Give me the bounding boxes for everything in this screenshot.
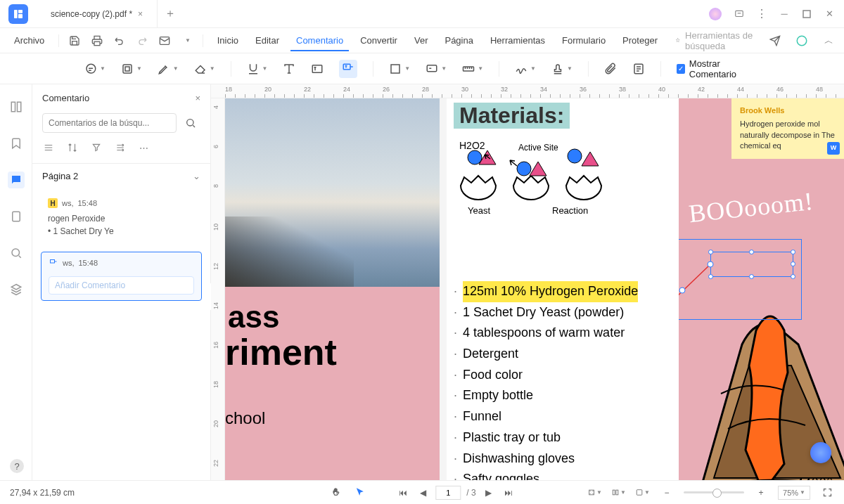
signature-tool[interactable]: ▼ [515, 63, 536, 75]
user-avatar-icon[interactable] [709, 8, 722, 20]
share-icon[interactable] [768, 34, 782, 48]
textbox-tool[interactable] [311, 63, 324, 75]
page-input[interactable] [435, 486, 461, 500]
collapse-ribbon-icon[interactable]: ︿ [821, 34, 836, 48]
eraser-tool[interactable]: ▼ [194, 63, 215, 75]
add-comment-input[interactable] [49, 276, 194, 295]
rail-bookmark-icon[interactable] [8, 135, 25, 152]
prev-page-icon[interactable]: ◀ [416, 486, 430, 500]
rail-thumbnails-icon[interactable] [8, 98, 25, 115]
callout-textbox[interactable] [710, 252, 793, 277]
last-page-icon[interactable]: ⏭ [501, 486, 516, 500]
list-item: ·Plastic tray or tub [454, 427, 638, 448]
menu-search-tools[interactable]: Herramientas de búsqueda [669, 27, 762, 54]
hand-tool-icon[interactable] [328, 486, 343, 500]
rail-comments-icon[interactable] [8, 172, 25, 188]
attachment-tool[interactable] [604, 63, 617, 75]
filter-list-icon[interactable] [44, 143, 53, 155]
menu-file[interactable]: Archivo [8, 32, 50, 49]
text-tool[interactable] [283, 63, 295, 75]
section-page-2[interactable]: Página 2 ⌄ [32, 163, 210, 188]
rail-search-icon[interactable] [8, 245, 25, 261]
menu-proteger[interactable]: Proteger [617, 32, 663, 49]
form-tool[interactable] [632, 63, 645, 75]
comment-toolbar: ▼ ▼ ▼ ▼ ▼ ▼ ▼ ▼ ▼ ▼ ✓Mostrar Comentario [0, 53, 844, 84]
window-close-icon[interactable]: ✕ [824, 9, 834, 19]
stamp-tool[interactable]: ▼ [426, 63, 447, 75]
zoom-value[interactable]: 75% ▼ [778, 486, 810, 500]
window-maximize-icon[interactable] [802, 9, 812, 19]
panel-close-icon[interactable]: × [195, 93, 200, 103]
filter-sort-icon[interactable] [68, 143, 77, 155]
undo-icon[interactable] [113, 34, 127, 48]
note-tool[interactable]: ▼ [84, 63, 106, 75]
fit-page-icon[interactable]: ▼ [588, 486, 602, 500]
comment-search-input[interactable] [42, 113, 177, 133]
fullscreen-icon[interactable] [820, 486, 834, 500]
ruler-horizontal: 18202224262830323436384042444648 [211, 84, 844, 98]
mail-icon[interactable] [158, 34, 172, 48]
statusbar: 27,94 x 21,59 cm ⏮ ◀ / 3 ▶ ⏭ ▼ ▼ ▼ − + 7… [0, 480, 844, 504]
measure-tool[interactable]: ▼ [462, 63, 483, 75]
quick-dropdown-icon[interactable]: ▼ [180, 34, 194, 48]
callout-tool[interactable] [339, 60, 357, 78]
stamp2-tool[interactable]: ▼ [551, 63, 573, 75]
first-page-icon[interactable]: ⏮ [396, 486, 410, 500]
cloud-icon[interactable] [795, 34, 809, 48]
svg-rect-22 [51, 260, 55, 264]
underline-tool[interactable]: ▼ [247, 63, 268, 75]
add-tab-button[interactable]: ＋ [165, 6, 176, 21]
menu-convertir[interactable]: Convertir [354, 32, 403, 49]
highlight-tool[interactable]: ▼ [121, 63, 142, 75]
feedback-icon[interactable] [734, 9, 744, 19]
save-icon[interactable] [68, 34, 82, 48]
close-tab-icon[interactable]: × [138, 9, 143, 19]
comment-item-shape[interactable]: ws, 15:48 [41, 252, 202, 301]
svg-rect-9 [313, 65, 323, 72]
svg-rect-39 [613, 490, 615, 495]
select-tool-icon[interactable] [352, 486, 366, 500]
filter-settings-icon[interactable] [115, 143, 125, 155]
rail-layers-icon[interactable] [8, 281, 25, 298]
menu-ver[interactable]: Ver [409, 32, 434, 49]
menu-herramientas[interactable]: Herramientas [485, 32, 551, 49]
menu-formulario[interactable]: Formulario [556, 32, 611, 49]
svg-point-27 [517, 162, 531, 176]
search-icon[interactable] [181, 113, 200, 133]
svg-point-20 [122, 144, 123, 146]
rail-attachments-icon[interactable] [8, 208, 25, 225]
shape-tool[interactable]: ▼ [389, 63, 410, 75]
list-item: ·Food color [454, 365, 638, 386]
menu-editar[interactable]: Editar [250, 32, 285, 49]
filter-funnel-icon[interactable] [91, 143, 101, 155]
read-mode-icon[interactable]: ▼ [636, 486, 650, 500]
ai-assistant-icon[interactable] [810, 442, 831, 463]
svg-rect-2 [18, 14, 23, 18]
menu-comentario[interactable]: Comentario [290, 30, 349, 51]
comment-item-highlight[interactable]: H ws, 15:48 rogen Peroxide • 1 Sachet Dr… [41, 193, 202, 243]
help-icon[interactable]: ? [10, 459, 24, 473]
section-label: Página 2 [42, 171, 78, 181]
bullet-icon: · [454, 281, 457, 302]
list-item: ·Detergent [454, 344, 638, 365]
print-icon[interactable] [90, 34, 104, 48]
document-tab[interactable]: science-copy (2).pdf * × [37, 0, 158, 27]
filter-more-icon[interactable]: ⋯ [139, 143, 148, 155]
more-icon[interactable]: ⋮ [757, 9, 767, 19]
view-mode-icon[interactable]: ▼ [612, 486, 626, 500]
next-page-icon[interactable]: ▶ [482, 486, 496, 500]
pencil-tool[interactable]: ▼ [158, 63, 179, 75]
menu-pagina[interactable]: Página [439, 32, 478, 49]
list-item-text: Empty bottle [463, 385, 533, 406]
comment-time: 15:48 [78, 199, 98, 207]
document-pages[interactable]: ass riment chool Materials: H2O2 Active … [225, 98, 844, 480]
zoom-in-icon[interactable]: + [754, 486, 768, 500]
zoom-out-icon[interactable]: − [660, 486, 674, 500]
zoom-slider[interactable] [684, 491, 744, 493]
temperature-label: 4400° [795, 474, 833, 480]
show-comment-checkbox[interactable]: ✓Mostrar Comentario [677, 58, 760, 79]
sticky-note[interactable]: Brook Wells Hydrogen peroxide mol natura… [731, 98, 844, 159]
window-minimize-icon[interactable]: ─ [779, 9, 789, 19]
menu-inicio[interactable]: Inicio [212, 32, 244, 49]
redo-icon[interactable] [135, 34, 149, 48]
